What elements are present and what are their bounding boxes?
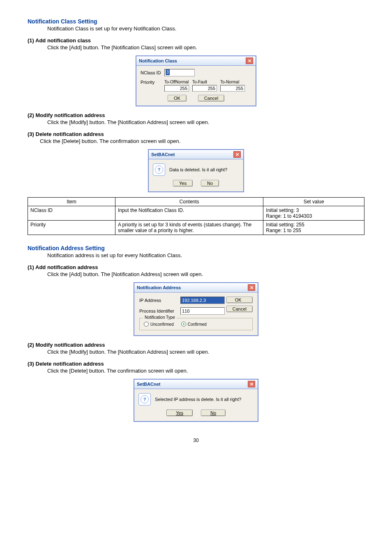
heading-naddr-setting: Notification Address Setting: [28, 245, 364, 251]
desc-modify-naddr-1: Click the [Modify] button. The [Notifica…: [47, 119, 364, 125]
desc-add-nclass: Click the [Add] button. The [Notificatio…: [47, 44, 364, 51]
priority-col-normal: To-Normal: [220, 80, 239, 84]
heading-add-naddr: (1) Add notification address: [28, 264, 364, 270]
cell-item: Priority: [28, 221, 115, 235]
priority-col-fault: To-Fault: [192, 80, 207, 84]
no-button[interactable]: No: [201, 180, 219, 187]
ip-address-input[interactable]: 192.168.2.3: [180, 297, 225, 304]
dialog-title: Notification Address: [137, 285, 181, 290]
question-icon: ?: [138, 393, 151, 405]
heading-modify-naddr-2: (2) Modify notification address: [28, 342, 364, 348]
priority-normal-input[interactable]: 255: [220, 85, 245, 92]
desc-naddr-setting: Notification address is set up for every…: [47, 252, 364, 258]
radio-confirmed[interactable]: Confirmed: [181, 322, 207, 327]
no-button[interactable]: No: [201, 410, 226, 416]
ok-button[interactable]: OK: [168, 95, 187, 101]
priority-fault-input[interactable]: 255: [192, 85, 217, 92]
cell-item: NClass ID: [28, 206, 115, 221]
priority-offnormal-input[interactable]: 255: [164, 85, 189, 92]
dialog-confirm-delete-ip: SetBACnet ✕ ? Selected IP address is del…: [134, 379, 258, 422]
process-id-input[interactable]: 110: [180, 307, 225, 315]
confirm-title: SetBACnet: [137, 382, 160, 387]
nclass-id-label: NClass ID: [141, 70, 164, 75]
confirm-title: SetBACnet: [151, 152, 175, 157]
confirm-message: Data is deleted. Is it all right?: [169, 167, 227, 172]
process-id-label: Process Identifier: [139, 309, 180, 313]
dialog-confirm-delete-data: SetBACnet ✕ ? Data is deleted. Is it all…: [148, 149, 244, 192]
cell-setvalue: Initial setting: 255 Range: 1 to 255: [263, 221, 364, 235]
heading-delete-naddr-1: (3) Delete notification address: [28, 131, 364, 137]
close-icon[interactable]: ✕: [248, 284, 255, 291]
ip-address-label: IP Address: [139, 298, 180, 303]
th-item: Item: [28, 198, 115, 206]
cell-contents: Input the Notification Class ID.: [115, 206, 263, 221]
notification-type-group: Notification Type Unconfirmed Confirmed: [139, 318, 253, 330]
confirm-message: Selected IP address is delete. Is it all…: [155, 397, 241, 402]
parameter-table: Item Contents Set value NClass ID Input …: [28, 197, 364, 235]
desc-add-naddr: Click the [Add] button. The [Notificatio…: [47, 271, 364, 277]
desc-modify-naddr-2: Click the [Modify] button. The [Notifica…: [47, 349, 364, 355]
close-icon[interactable]: ✕: [246, 58, 253, 64]
close-icon[interactable]: ✕: [233, 151, 241, 158]
table-row: Priority A priority is set up for 3 kind…: [28, 221, 364, 235]
group-label: Notification Type: [143, 315, 177, 320]
close-icon[interactable]: ✕: [248, 381, 255, 387]
dialog-notification-class: Notification Class ✕ NClass ID 3 Priorit…: [136, 55, 256, 106]
ok-button[interactable]: OK: [226, 297, 253, 303]
heading-nclass-setting: Notification Class Setting: [28, 18, 364, 25]
desc-delete-naddr-1: Click the [Delete] button. The confirmat…: [40, 138, 364, 144]
yes-button[interactable]: Yes: [173, 180, 193, 187]
dialog-title: Notification Class: [139, 58, 177, 63]
th-contents: Contents: [115, 198, 263, 206]
radio-unconfirmed[interactable]: Unconfirmed: [144, 322, 174, 327]
table-row: NClass ID Input the Notification Class I…: [28, 206, 364, 221]
question-icon: ?: [153, 164, 165, 176]
heading-modify-naddr-1: (2) Modify notification address: [28, 112, 364, 118]
page-number: 30: [28, 438, 364, 443]
yes-button[interactable]: Yes: [166, 410, 193, 416]
dialog-notification-address: Notification Address ✕ IP Address 192.16…: [134, 282, 258, 336]
desc-delete-naddr-2: Click the [Delete] button. The confirmat…: [47, 368, 364, 374]
priority-label: Priority: [141, 80, 164, 85]
nclass-id-input[interactable]: 3: [164, 69, 195, 76]
cancel-button[interactable]: Cancel: [226, 306, 253, 312]
th-setvalue: Set value: [263, 198, 364, 206]
desc-nclass-setting: Notification Class is set up for every N…: [47, 25, 364, 32]
cell-contents: A priority is set up for 3 kinds of even…: [115, 221, 263, 235]
cancel-button[interactable]: Cancel: [198, 95, 224, 101]
heading-delete-naddr-2: (3) Delete notification address: [28, 361, 364, 367]
priority-col-offnormal: To-OffNormal: [164, 80, 189, 84]
heading-add-nclass: (1) Add notification class: [28, 37, 364, 44]
cell-setvalue: Initial setting: 3 Range: 1 to 4194303: [263, 206, 364, 221]
